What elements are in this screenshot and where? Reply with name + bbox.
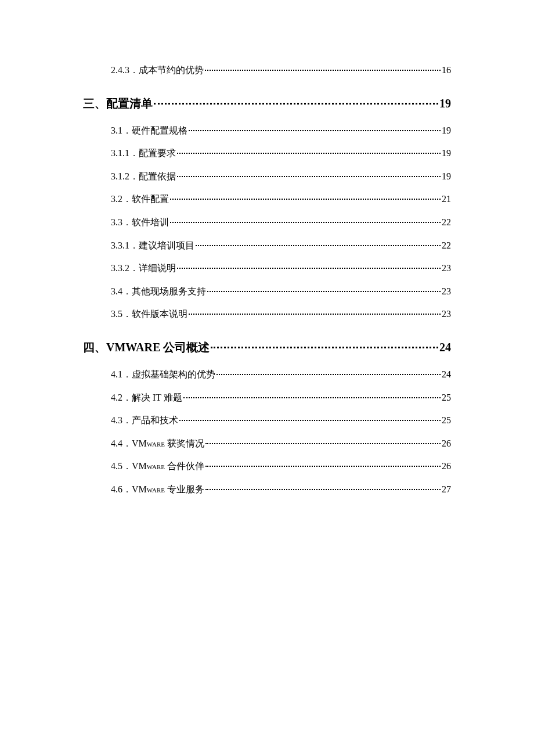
toc-chapter-heading: 四、 VMWARE 公司概述 24 <box>83 338 451 357</box>
toc-entry-number: 3.1.1． <box>111 146 139 161</box>
toc-leader-dots <box>196 236 441 246</box>
toc-leader-dots <box>207 282 441 292</box>
toc-entry-page: 23 <box>442 261 451 276</box>
toc-chapter-number: 三、 <box>83 94 106 113</box>
toc-chapter-heading: 三、 配置清单 19 <box>83 94 451 113</box>
toc-entry-number: 3.1． <box>111 123 132 138</box>
toc-entry-title: VMware 获奖情况 <box>132 436 204 451</box>
toc-entry-page: 19 <box>442 169 451 184</box>
toc-chapter-number: 四、 <box>83 338 106 357</box>
toc-leader-dots <box>177 258 441 269</box>
toc-entry-number: 3.3． <box>111 215 132 230</box>
toc-entry-number: 3.1.2． <box>111 169 139 184</box>
toc-entry: 4.6． VMware 专业服务 27 <box>83 482 451 497</box>
toc-entry-page: 22 <box>442 238 451 253</box>
toc-entry-number: 4.2． <box>111 390 132 405</box>
toc-entry-number: 3.4． <box>111 284 132 299</box>
toc-entry-title-prefix: VM <box>132 461 147 471</box>
toc-entry: 3.5． 软件版本说明 23 <box>83 307 451 322</box>
toc-entry-title-suffix: 获奖情况 <box>165 438 204 448</box>
toc-leader-dots <box>211 335 438 348</box>
toc-entry-title-suffix: 合件伙伴 <box>165 461 204 471</box>
toc-entry-title: 详细说明 <box>139 261 176 276</box>
toc-entry: 3.3． 软件培训 22 <box>83 215 451 230</box>
toc-chapter-page: 24 <box>439 338 451 357</box>
toc-entry-title: 软件版本说明 <box>132 307 187 322</box>
toc-leader-dots <box>170 213 441 223</box>
toc-entry: 2.4.3． 成本节约的优势 16 <box>83 63 451 78</box>
toc-entry-number: 4.6． <box>111 482 132 497</box>
toc-entry: 4.3． 产品和技术 25 <box>83 413 451 428</box>
toc-entry-title-smallcaps: ware <box>147 461 165 471</box>
toc-entry-title: 产品和技术 <box>132 413 178 428</box>
toc-entry-title: 解决 IT 难题 <box>132 390 182 405</box>
toc-entry: 3.3.1． 建议培训项目 22 <box>83 238 451 253</box>
toc-entry-title: 成本节约的优势 <box>139 63 204 78</box>
toc-leader-dots <box>217 365 441 375</box>
toc-entry: 3.4． 其他现场服务支持 23 <box>83 284 451 299</box>
toc-entry: 3.3.2． 详细说明 23 <box>83 261 451 276</box>
toc-entry-page: 25 <box>442 390 451 405</box>
toc-chapter-title: VMWARE 公司概述 <box>106 338 210 357</box>
toc-entry-page: 19 <box>442 123 451 138</box>
toc-leader-dots <box>179 411 441 421</box>
toc-entry-title: 软件配置 <box>132 192 169 207</box>
toc-leader-dots <box>170 189 441 200</box>
toc-entry-title: 配置依据 <box>139 169 176 184</box>
toc-entry-page: 24 <box>442 367 451 382</box>
toc-leader-dots <box>177 167 441 177</box>
toc-leader-dots <box>189 121 441 131</box>
toc-leader-dots <box>177 143 441 154</box>
toc-entry: 3.1.1． 配置要求 19 <box>83 146 451 161</box>
toc-chapter: 四、 VMWARE 公司概述 24 4.1． 虚拟基础架构的优势 24 4.2．… <box>83 338 451 497</box>
toc-entry-number: 3.3.1． <box>111 238 139 253</box>
toc-entry-title: 软件培训 <box>132 215 169 230</box>
toc-entry-number: 4.1． <box>111 367 132 382</box>
toc-entry: 4.2． 解决 IT 难题 25 <box>83 390 451 405</box>
toc-chapter-page: 19 <box>439 94 451 113</box>
toc-entry-title-smallcaps: ware <box>147 484 165 494</box>
toc-entry: 3.1． 硬件配置规格 19 <box>83 123 451 138</box>
toc-entry-number: 3.3.2． <box>111 261 139 276</box>
toc-entry-title: 硬件配置规格 <box>132 123 187 138</box>
toc-entry-page: 19 <box>442 146 451 161</box>
toc-entry-number: 4.5． <box>111 459 132 474</box>
toc-entry-page: 27 <box>442 482 451 497</box>
toc-entry-page: 23 <box>442 307 451 322</box>
toc-entry: 4.1． 虚拟基础架构的优势 24 <box>83 367 451 382</box>
toc-entry-title: VMware 合件伙伴 <box>132 459 204 474</box>
toc-entry: 4.4． VMware 获奖情况 26 <box>83 436 451 451</box>
toc-entry-page: 26 <box>442 459 451 474</box>
toc-entry-title-prefix: VM <box>132 438 147 448</box>
toc-leader-dots <box>189 304 441 315</box>
toc-leader-dots <box>205 456 441 467</box>
toc-entry-page: 16 <box>442 63 451 78</box>
toc-entry-page: 21 <box>442 192 451 207</box>
toc-entry-page: 23 <box>442 284 451 299</box>
toc-entry-title: 配置要求 <box>139 146 176 161</box>
toc-chapter: 三、 配置清单 19 3.1． 硬件配置规格 19 3.1.1． 配置要求 19… <box>83 94 451 322</box>
toc-entry-title: 虚拟基础架构的优势 <box>132 367 215 382</box>
toc-entry: 4.5． VMware 合件伙伴 26 <box>83 459 451 474</box>
toc-leader-dots <box>205 434 441 444</box>
toc-entry-page: 25 <box>442 413 451 428</box>
toc-entry-number: 4.4． <box>111 436 132 451</box>
toc-entry-title-smallcaps: ware <box>147 438 165 448</box>
toc-entry: 3.1.2． 配置依据 19 <box>83 169 451 184</box>
toc-entry-number: 3.2． <box>111 192 132 207</box>
toc-entry-number: 4.3． <box>111 413 132 428</box>
toc-chapter-title: 配置清单 <box>106 94 153 113</box>
toc-entry-number: 3.5． <box>111 307 132 322</box>
toc-entry-title-prefix: VM <box>132 484 147 494</box>
toc-entry-page: 26 <box>442 436 451 451</box>
toc-entry-number: 2.4.3． <box>111 63 139 78</box>
toc-entry: 3.2． 软件配置 21 <box>83 192 451 207</box>
toc-leader-dots <box>183 388 441 398</box>
toc-entry-title: VMware 专业服务 <box>132 482 204 497</box>
toc-leader-dots <box>205 480 441 490</box>
toc-leader-dots <box>205 60 441 71</box>
toc-entry-page: 22 <box>442 215 451 230</box>
toc-entry-title-suffix: 专业服务 <box>165 484 204 494</box>
document-page: 2.4.3． 成本节约的优势 16 三、 配置清单 19 3.1． 硬件配置规格… <box>0 0 534 756</box>
toc-entry-title: 建议培训项目 <box>139 238 194 253</box>
